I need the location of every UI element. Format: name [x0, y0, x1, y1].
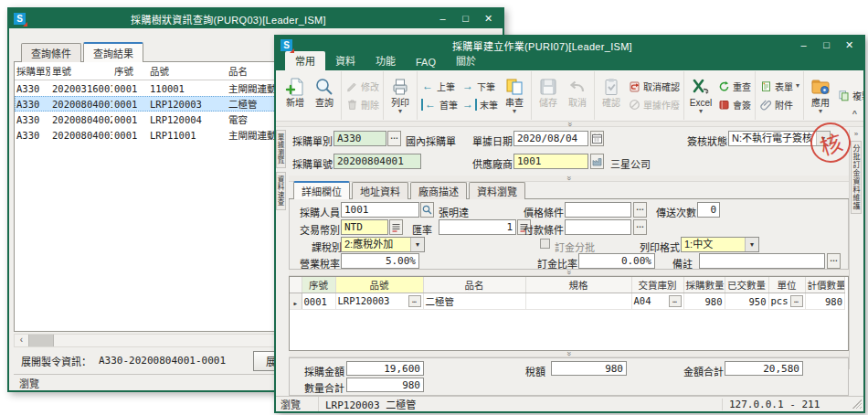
buyer-lookup-icon[interactable]: [420, 202, 434, 218]
panel-expand-icon[interactable]: [854, 130, 858, 139]
vat-rate-field[interactable]: 5.00%: [341, 253, 419, 269]
grid-row[interactable]: 0001 LRP120003 二極管 A04 980 950 pcs 980: [290, 293, 845, 310]
currency-field[interactable]: NTD: [341, 219, 388, 235]
item-lookup-icon[interactable]: [408, 295, 421, 307]
app-logo-icon: S: [281, 39, 292, 51]
side-tab-deposit-batches[interactable]: 分批訂金資料維護: [851, 141, 862, 214]
tab-detail-fields[interactable]: 詳細欄位: [293, 181, 350, 199]
po-no-field[interactable]: 20200804001: [333, 154, 421, 169]
maximize-button[interactable]: □: [454, 10, 477, 27]
collapse-strip[interactable]: [289, 270, 849, 276]
menu-data[interactable]: 資料: [325, 51, 365, 70]
col-qty[interactable]: 採購數量: [683, 277, 725, 293]
cancel-confirm-button[interactable]: 取消確認: [628, 80, 680, 93]
tab-address-data[interactable]: 地址資料: [352, 182, 408, 199]
close-button[interactable]: ✕: [477, 10, 500, 27]
col-item-no[interactable]: 品號: [148, 62, 227, 80]
modify-button[interactable]: 修改: [345, 80, 379, 93]
side-tab-doc-browse[interactable]: 單據瀏覽: [276, 130, 286, 168]
countersign-button[interactable]: 會簽: [717, 98, 751, 112]
collapse-strip[interactable]: [289, 176, 849, 182]
minimize-button[interactable]: –: [792, 37, 815, 54]
print-button[interactable]: 列印: [386, 71, 415, 120]
po-lines-grid[interactable]: 序號 品號 品名 規格 交貨庫別 採購數量 已交數量 單位 計價數量 0001: [289, 276, 849, 351]
new-button[interactable]: 新增: [281, 71, 310, 120]
delete-button[interactable]: 刪除: [345, 98, 379, 112]
dropdown-caret-icon[interactable]: [513, 109, 516, 114]
menu-faq[interactable]: FAQ: [406, 55, 446, 70]
note-field[interactable]: [699, 253, 825, 269]
apply-button[interactable]: 應用: [806, 71, 835, 120]
excel-export-button[interactable]: Excel: [686, 71, 715, 120]
price-term-lookup-icon[interactable]: [633, 202, 647, 218]
col-delivered[interactable]: 已交數量: [725, 277, 768, 293]
resize-grip[interactable]: [852, 399, 862, 409]
dropdown-caret-icon[interactable]: [796, 83, 799, 89]
attachment-button[interactable]: 附件: [759, 98, 799, 112]
menu-about[interactable]: 關於: [446, 51, 486, 70]
po-type-lookup-icon[interactable]: [387, 131, 401, 146]
pay-term-lookup-icon[interactable]: [633, 219, 647, 235]
vendor-field[interactable]: 1001: [513, 154, 588, 169]
vendor-lookup-icon[interactable]: [590, 154, 604, 169]
form-button[interactable]: 表單: [759, 80, 799, 93]
currency-list-icon[interactable]: [389, 219, 403, 235]
tax-type-select[interactable]: 2:應稅外加: [341, 237, 425, 252]
col-unit[interactable]: 單位: [768, 277, 805, 293]
menu-function[interactable]: 功能: [365, 51, 406, 70]
tab-query-result[interactable]: 查詢結果: [83, 42, 143, 62]
save-button[interactable]: 儲存: [534, 71, 563, 120]
void-document-button[interactable]: 單據作廢: [628, 98, 680, 112]
price-term-field[interactable]: [565, 202, 631, 218]
tab-data-browse[interactable]: 資料瀏覽: [469, 182, 525, 199]
col-item-name[interactable]: 品名: [423, 277, 525, 293]
col-po-no[interactable]: 單號: [50, 62, 112, 80]
po-type-field[interactable]: A330: [333, 131, 386, 146]
menu-home[interactable]: 常用: [285, 51, 325, 70]
cancel-button[interactable]: 取消: [563, 71, 592, 120]
unit-lookup-icon[interactable]: [790, 295, 803, 307]
col-po-type[interactable]: 採購單別: [15, 62, 50, 80]
query-window-titlebar[interactable]: S 採購樹狀資訊查詢(PURQ03)[Leader_ISM] – □ ✕: [9, 9, 503, 28]
col-item-no[interactable]: 品號: [335, 277, 423, 293]
scroll-left-icon[interactable]: [15, 335, 28, 346]
void-slash-icon: [628, 99, 640, 111]
collapse-strip[interactable]: [289, 351, 849, 357]
note-lookup-icon[interactable]: [827, 253, 841, 269]
tab-query-criteria[interactable]: 查詢條件: [21, 43, 81, 62]
next-record-button[interactable]: →下筆: [461, 80, 498, 93]
query-button[interactable]: 查詢: [310, 71, 339, 120]
last-record-button[interactable]: →末筆: [461, 98, 498, 112]
ribbon-collapse-icon[interactable]: [852, 109, 857, 118]
col-seq[interactable]: 序號: [112, 62, 148, 80]
dropdown-caret-icon[interactable]: [699, 109, 703, 114]
confirm-button[interactable]: 確認: [597, 71, 626, 120]
plant-lookup-icon[interactable]: [669, 295, 682, 307]
tab-vendor-desc[interactable]: 廠商描述: [410, 182, 467, 199]
rate-field[interactable]: 1: [439, 219, 516, 235]
print-format-select[interactable]: 1:中文: [681, 237, 759, 252]
side-tab-quick-lookup[interactable]: 資料速查: [276, 172, 286, 210]
chain-query-button[interactable]: 串查: [500, 71, 529, 120]
copy-po-button[interactable]: 複製採購單: [837, 89, 863, 102]
buyer-field[interactable]: 1001: [341, 202, 419, 218]
send-count-field[interactable]: 0: [697, 202, 720, 218]
first-record-button[interactable]: ←首筆: [421, 98, 458, 112]
col-spec[interactable]: 規格: [525, 277, 631, 293]
maximize-button[interactable]: □: [815, 37, 838, 54]
calendar-icon[interactable]: [590, 131, 604, 146]
col-seq[interactable]: 序號: [302, 277, 335, 293]
dropdown-caret-icon[interactable]: [398, 109, 402, 114]
col-plant[interactable]: 交貨庫別: [631, 277, 683, 293]
prev-record-button[interactable]: ←上筆: [421, 80, 458, 93]
date-field[interactable]: 2020/08/04: [513, 131, 588, 146]
deposit-split-checkbox[interactable]: [540, 239, 550, 249]
scrollbar-thumb[interactable]: [28, 335, 54, 346]
dropdown-caret-icon[interactable]: [819, 109, 822, 114]
requery-button[interactable]: 重查: [717, 80, 751, 93]
pay-term-field[interactable]: [565, 219, 631, 235]
close-button[interactable]: ✕: [838, 37, 861, 54]
minimize-button[interactable]: –: [431, 10, 454, 27]
deposit-rate-field[interactable]: 0.00%: [578, 253, 655, 269]
col-price-qty[interactable]: 計價數量: [805, 277, 845, 293]
